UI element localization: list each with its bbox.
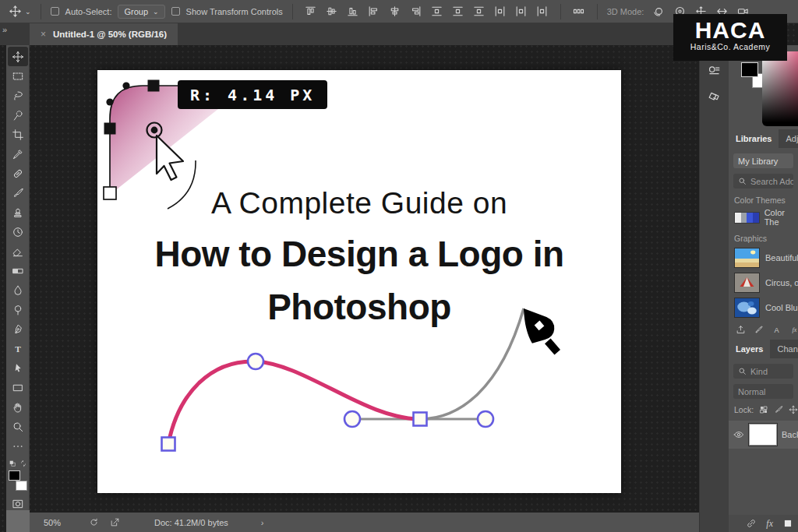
bezier-handle-peak xyxy=(248,354,263,369)
document-canvas[interactable]: A Complete Guide on How to Design a Logo… xyxy=(97,70,621,493)
hand-tool[interactable] xyxy=(8,397,28,417)
eraser-tool[interactable] xyxy=(8,241,28,261)
tab-layers[interactable]: Layers xyxy=(729,340,770,358)
document-size-info[interactable]: Doc: 41.2M/0 bytes xyxy=(154,518,228,527)
lock-label: Lock: xyxy=(734,405,754,414)
show-transform-checkbox[interactable] xyxy=(171,7,180,16)
new-layer-icon[interactable] xyxy=(782,518,793,529)
layers-panel-footer: fx xyxy=(729,515,798,532)
lock-options-row: Lock: xyxy=(734,405,798,414)
picker-foreground-swatch[interactable] xyxy=(741,62,758,77)
dist-v-icon[interactable] xyxy=(450,3,467,20)
tab-adjustments[interactable]: Adjus xyxy=(779,129,798,148)
haca-logo-subtitle: Haris&Co. Academy xyxy=(673,42,787,51)
align-center-v-icon[interactable] xyxy=(323,3,341,20)
search-icon xyxy=(738,367,747,375)
edit-toolbar-tool[interactable] xyxy=(8,436,28,456)
align-top-icon[interactable] xyxy=(302,3,320,20)
default-colors-icon[interactable] xyxy=(9,460,16,467)
align-left-icon[interactable] xyxy=(365,3,383,20)
align-bottom-icon[interactable] xyxy=(344,3,362,20)
move-tool[interactable] xyxy=(8,47,28,66)
tool-preset-chevron-icon[interactable]: ⌄ xyxy=(25,8,31,16)
graphic-item[interactable]: Cool Blu xyxy=(734,298,798,318)
foreground-color-swatch[interactable] xyxy=(9,470,20,481)
layer-filter-kind[interactable]: Kind xyxy=(733,364,793,379)
marquee-tool[interactable] xyxy=(8,66,28,86)
layer-row-background[interactable]: Back xyxy=(729,421,798,449)
distribute-spacing-icon[interactable] xyxy=(570,3,588,20)
brush-tool[interactable] xyxy=(8,183,28,203)
eyedropper-tool[interactable] xyxy=(8,144,28,164)
active-tool-indicator[interactable]: ⌄ xyxy=(6,3,31,20)
gradient-tool[interactable] xyxy=(8,261,28,280)
libraries-tabbar: Libraries Adjus xyxy=(729,129,798,148)
path-selection-tool[interactable] xyxy=(8,358,28,378)
library-search-input[interactable]: Search Adobe xyxy=(733,174,793,188)
bezier-curve-pink xyxy=(168,361,420,444)
dist-h-icon[interactable] xyxy=(534,3,551,20)
orbit-3d-icon[interactable] xyxy=(650,3,667,20)
beach-thumbnail xyxy=(734,248,760,268)
dist-h-icon[interactable] xyxy=(492,3,509,20)
cc-paint-icon[interactable] xyxy=(754,325,764,335)
layer-visibility-eye-icon[interactable] xyxy=(733,429,744,440)
color-panel-icon[interactable] xyxy=(707,64,722,79)
lasso-tool[interactable] xyxy=(8,86,28,105)
crop-tool[interactable] xyxy=(8,125,28,144)
dist-h-icon[interactable] xyxy=(513,3,530,20)
tab-libraries[interactable]: Libraries xyxy=(729,129,779,148)
corner-handle-dot-top xyxy=(122,82,129,89)
right-panel: Libraries Adjus My Library Search Adobe … xyxy=(729,45,798,532)
svg-text:T: T xyxy=(15,344,21,353)
lock-brush-icon[interactable] xyxy=(774,405,783,414)
close-tab-icon[interactable]: × xyxy=(41,29,46,40)
type-tool[interactable]: T xyxy=(8,339,28,358)
auto-select-dropdown[interactable]: Group ⌄ xyxy=(118,5,164,19)
graphic-item[interactable]: Beautiful xyxy=(734,248,798,268)
panel-overflow-icon[interactable]: » xyxy=(2,25,6,34)
lock-lock-transparent-icon[interactable] xyxy=(759,405,768,414)
zoom-level-field[interactable]: 50% xyxy=(44,518,61,527)
align-right-icon[interactable] xyxy=(408,3,425,20)
rectangle-tool[interactable] xyxy=(8,378,28,397)
graphic-item[interactable]: Circus, o xyxy=(734,273,798,293)
fx-icon[interactable]: fx xyxy=(789,325,798,335)
zoom-tool[interactable] xyxy=(8,417,28,436)
swap-colors-icon[interactable] xyxy=(19,460,27,467)
color-theme-item[interactable]: Color The xyxy=(734,208,798,227)
lock-move-icon[interactable] xyxy=(789,405,798,414)
export-icon[interactable] xyxy=(110,517,120,527)
auto-select-checkbox[interactable] xyxy=(51,7,59,16)
align-icon-group xyxy=(302,3,551,20)
rotate-view-icon[interactable] xyxy=(89,517,99,527)
align-center-h-icon[interactable] xyxy=(387,3,404,20)
shapes-panel-icon[interactable] xyxy=(707,90,722,104)
dist-v-icon[interactable] xyxy=(429,3,446,20)
history-brush-tool[interactable] xyxy=(8,222,28,241)
color-swatches[interactable] xyxy=(9,470,27,491)
blend-mode-select[interactable]: Normal xyxy=(733,384,793,399)
show-transform-label: Show Transform Controls xyxy=(186,7,283,16)
healing-tool[interactable] xyxy=(8,164,28,183)
dodge-tool[interactable] xyxy=(8,300,28,319)
link-layers-icon[interactable] xyxy=(746,518,757,529)
background-color-swatch[interactable] xyxy=(16,481,27,491)
pen-tool[interactable] xyxy=(8,319,28,339)
poster-title-block: A Complete Guide on How to Design a Logo… xyxy=(97,179,621,333)
quick-selection-tool[interactable] xyxy=(8,105,28,125)
upload-icon[interactable] xyxy=(736,325,746,335)
library-select[interactable]: My Library xyxy=(733,153,793,168)
swap-colors-group[interactable] xyxy=(9,460,27,467)
blur-tool[interactable] xyxy=(8,280,28,300)
layer-thumbnail[interactable] xyxy=(749,424,777,446)
mode3d-label: 3D Mode: xyxy=(607,7,644,16)
dist-v-icon[interactable] xyxy=(471,3,488,20)
layer-fx-icon[interactable]: fx xyxy=(766,518,773,530)
letter-a-icon[interactable]: A xyxy=(772,325,782,335)
status-chevron-icon[interactable]: › xyxy=(261,518,264,527)
document-tab[interactable]: × Untitled-1 @ 50% (RGB/16) xyxy=(30,23,178,45)
color-gradient-field[interactable] xyxy=(762,51,798,126)
tab-channels[interactable]: Channe xyxy=(770,340,798,358)
clone-stamp-tool[interactable] xyxy=(8,203,28,222)
